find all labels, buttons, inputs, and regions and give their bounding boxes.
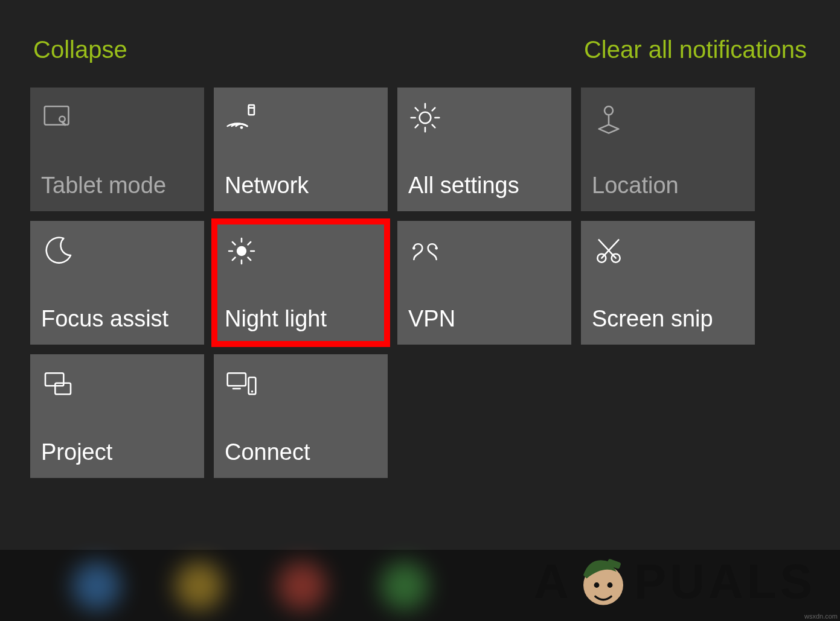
watermark-mascot-icon: [570, 549, 636, 615]
project-icon: [41, 368, 75, 401]
tile-label: Screen snip: [592, 307, 744, 330]
watermark-logo: A PUALS: [534, 549, 816, 615]
tile-label: All settings: [408, 174, 560, 197]
screen-snip-icon: [592, 234, 626, 268]
vpn-icon: [408, 234, 442, 268]
svg-line-13: [601, 240, 618, 258]
svg-rect-3: [249, 105, 254, 115]
collapse-link[interactable]: Collapse: [33, 36, 127, 63]
night-light-icon: [225, 234, 258, 268]
svg-point-10: [435, 247, 438, 250]
tile-connect[interactable]: Connect: [214, 354, 388, 478]
tile-label: Focus assist: [41, 307, 193, 330]
tablet-mode-icon: [41, 101, 75, 135]
watermark-text-left: A: [534, 554, 572, 610]
tile-label: Network: [225, 174, 377, 197]
svg-point-23: [594, 582, 599, 588]
tile-network[interactable]: Network: [214, 88, 388, 211]
clear-all-link[interactable]: Clear all notifications: [584, 36, 807, 63]
svg-point-20: [251, 390, 254, 393]
action-center-panel: Collapse Clear all notifications Tablet …: [0, 0, 840, 621]
tile-label: Location: [592, 174, 744, 197]
svg-point-5: [420, 112, 431, 124]
tile-location[interactable]: Location: [581, 88, 755, 211]
svg-point-8: [237, 246, 246, 256]
svg-point-9: [412, 247, 415, 250]
tile-night-light[interactable]: Night light: [214, 221, 388, 345]
tile-focus-assist[interactable]: Focus assist: [30, 221, 204, 345]
gear-icon: [408, 101, 442, 135]
tile-tablet-mode[interactable]: Tablet mode: [30, 88, 204, 211]
attribution-text: wsxdn.com: [804, 613, 838, 620]
quick-actions-grid: Tablet mode Network All settings Locatio…: [0, 88, 840, 478]
svg-rect-17: [228, 373, 246, 386]
moon-icon: [41, 234, 75, 268]
tile-project[interactable]: Project: [30, 354, 204, 478]
network-icon: [225, 101, 258, 135]
svg-point-6: [604, 106, 613, 115]
svg-rect-0: [45, 106, 69, 124]
tile-label: VPN: [408, 307, 560, 330]
tile-all-settings[interactable]: All settings: [397, 88, 571, 211]
tile-label: Project: [41, 441, 193, 463]
connect-icon: [225, 368, 258, 401]
svg-line-14: [599, 240, 616, 258]
tile-vpn[interactable]: VPN: [397, 221, 571, 345]
location-icon: [592, 101, 626, 135]
svg-point-24: [607, 582, 612, 588]
tile-screen-snip[interactable]: Screen snip: [581, 221, 755, 345]
tile-label: Night light: [225, 307, 377, 330]
taskbar-blurred-icons: [72, 562, 429, 610]
watermark-text-right: PUALS: [634, 554, 816, 610]
svg-point-2: [240, 126, 243, 129]
action-center-header: Collapse Clear all notifications: [0, 0, 840, 88]
tile-label: Tablet mode: [41, 174, 193, 197]
tile-label: Connect: [225, 441, 377, 463]
